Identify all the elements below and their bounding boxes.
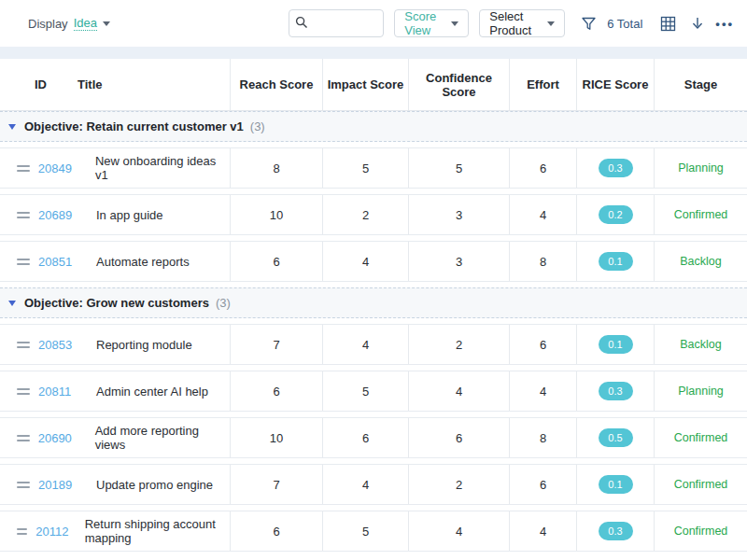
filter-icon[interactable] xyxy=(581,16,597,32)
column-header-reach: Reach Score xyxy=(230,59,322,110)
impact-score: 6 xyxy=(322,418,408,457)
chevron-down-icon xyxy=(451,21,458,26)
table-row: 20853 Reporting module 7 4 2 6 0.1 Backl… xyxy=(0,324,747,365)
column-header-rice: RICE Score xyxy=(576,59,654,110)
stage-label: Confirmed xyxy=(674,525,728,538)
drag-handle-icon[interactable] xyxy=(17,342,30,348)
column-header-confidence: Confidence Score xyxy=(408,59,509,110)
idea-id-link[interactable]: 20811 xyxy=(38,385,83,399)
score-view-value: Score View xyxy=(404,9,451,37)
rice-score-badge: 0.5 xyxy=(599,428,633,447)
download-icon[interactable] xyxy=(690,16,705,32)
drag-handle-icon[interactable] xyxy=(17,388,30,395)
impact-score: 5 xyxy=(322,148,408,188)
table-row: 20811 Admin center AI help 6 5 4 4 0.3 P… xyxy=(0,371,747,412)
idea-score-table: ID Title Reach Score Impact Score Confid… xyxy=(0,59,747,552)
idea-id-link[interactable]: 20853 xyxy=(38,338,83,352)
table-header: ID Title Reach Score Impact Score Confid… xyxy=(0,59,747,111)
table-row: 20851 Automate reports 6 4 3 8 0.1 Backl… xyxy=(0,241,747,282)
stage-label: Confirmed xyxy=(674,431,728,444)
display-label: Display xyxy=(28,17,68,31)
idea-id-link[interactable]: 20189 xyxy=(38,478,83,492)
idea-id-link[interactable]: 20851 xyxy=(38,255,83,269)
impact-score: 2 xyxy=(322,195,408,234)
group-header-grow-customers[interactable]: Objective: Grow new customers (3) xyxy=(0,287,747,318)
effort-score: 4 xyxy=(509,195,576,234)
collapse-triangle-icon[interactable] xyxy=(8,301,16,306)
table-row: 20690 Add more reporting views 10 6 6 8 … xyxy=(0,417,747,458)
collapse-triangle-icon[interactable] xyxy=(8,124,16,130)
rice-score-badge: 0.1 xyxy=(599,335,633,354)
confidence-score: 5 xyxy=(408,148,509,188)
product-select[interactable]: Select Product xyxy=(479,9,565,37)
rice-score-badge: 0.3 xyxy=(599,522,633,540)
stage-label: Confirmed xyxy=(674,478,728,491)
product-select-value: Select Product xyxy=(489,9,547,37)
reach-score: 6 xyxy=(230,242,322,281)
group-count: (3) xyxy=(216,296,231,310)
toolbar: Display Idea Score View Select Product 6… xyxy=(0,0,747,47)
table-row: 20189 Update promo engine 7 4 2 6 0.1 Co… xyxy=(0,464,747,505)
more-options-icon[interactable]: ••• xyxy=(715,17,734,31)
column-header-id: ID xyxy=(35,77,78,91)
confidence-score: 4 xyxy=(408,511,509,551)
stage-label: Planning xyxy=(678,161,724,175)
group-count: (3) xyxy=(250,119,265,133)
impact-score: 4 xyxy=(322,465,408,504)
confidence-score: 3 xyxy=(408,195,509,234)
effort-score: 4 xyxy=(509,511,576,551)
idea-id-link[interactable]: 20689 xyxy=(38,208,83,222)
idea-id-link[interactable]: 20690 xyxy=(38,431,82,445)
impact-score: 4 xyxy=(322,242,408,281)
idea-title: New onboarding ideas v1 xyxy=(95,154,230,182)
idea-id-link[interactable]: 20849 xyxy=(38,161,82,175)
reach-score: 7 xyxy=(230,325,322,364)
idea-title: Add more reporting views xyxy=(95,424,230,452)
search-box[interactable] xyxy=(289,9,384,37)
reach-score: 10 xyxy=(230,195,322,234)
effort-score: 4 xyxy=(509,371,576,411)
stage-label: Planning xyxy=(678,385,724,398)
reach-score: 7 xyxy=(230,465,322,504)
grid-view-icon[interactable] xyxy=(660,16,676,32)
table-row: 20689 In app guide 10 2 3 4 0.2 Confirme… xyxy=(0,194,747,235)
confidence-score: 2 xyxy=(408,465,509,504)
toolbar-table-divider xyxy=(0,47,747,59)
chevron-down-icon xyxy=(547,21,555,26)
column-header-title: Title xyxy=(78,77,103,91)
effort-score: 8 xyxy=(509,418,576,457)
confidence-score: 2 xyxy=(408,325,509,364)
drag-handle-icon[interactable] xyxy=(17,528,27,535)
drag-handle-icon[interactable] xyxy=(17,435,30,441)
drag-handle-icon[interactable] xyxy=(17,482,30,488)
rice-score-badge: 0.2 xyxy=(599,205,633,224)
drag-handle-icon[interactable] xyxy=(17,165,30,172)
effort-score: 6 xyxy=(509,148,576,188)
table-row: 20849 New onboarding ideas v1 8 5 5 6 0.… xyxy=(0,147,747,189)
stage-label: Confirmed xyxy=(674,208,728,221)
confidence-score: 3 xyxy=(408,242,509,281)
effort-score: 8 xyxy=(509,242,576,281)
score-view-select[interactable]: Score View xyxy=(394,9,469,37)
total-count: 6 Total xyxy=(607,17,642,31)
display-selector[interactable]: Display Idea xyxy=(28,16,110,31)
column-header-effort: Effort xyxy=(509,59,576,110)
drag-handle-icon[interactable] xyxy=(17,259,30,265)
rice-score-badge: 0.1 xyxy=(599,252,633,271)
impact-score: 5 xyxy=(322,511,408,551)
idea-id-link[interactable]: 20112 xyxy=(35,525,71,539)
effort-score: 6 xyxy=(509,465,576,504)
group-header-retain-customers[interactable]: Objective: Retain current customer v1 (3… xyxy=(0,111,747,142)
effort-score: 6 xyxy=(509,325,576,364)
idea-title: In app guide xyxy=(96,208,163,222)
column-header-impact: Impact Score xyxy=(322,59,408,110)
stage-label: Backlog xyxy=(680,255,721,268)
display-entity-link[interactable]: Idea xyxy=(74,16,97,31)
search-input[interactable] xyxy=(313,17,378,31)
idea-title: Reporting module xyxy=(96,338,192,352)
impact-score: 4 xyxy=(322,325,408,364)
drag-handle-icon[interactable] xyxy=(17,212,30,218)
reach-score: 10 xyxy=(230,418,322,457)
toolbar-actions: Score View Select Product 6 Total ••• xyxy=(289,9,734,37)
chevron-down-icon[interactable] xyxy=(103,21,110,26)
